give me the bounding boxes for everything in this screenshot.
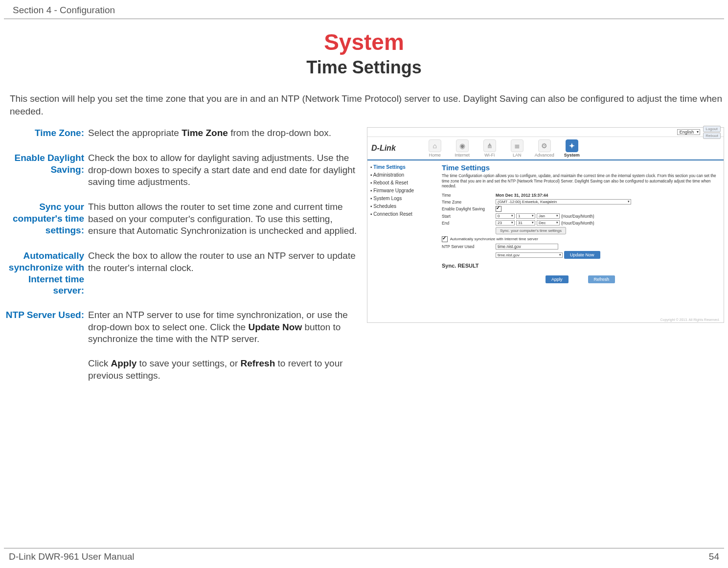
auto-sync-checkbox[interactable]	[442, 236, 448, 242]
time-label: Time	[442, 193, 496, 198]
def-label: NTP Server Used:	[0, 309, 88, 382]
end-hour[interactable]: 23	[496, 220, 515, 226]
internet-icon: ◉	[456, 139, 469, 152]
ntp-select[interactable]: time.nist.gov	[496, 252, 563, 258]
reboot-button[interactable]: Reboot	[703, 133, 721, 139]
lang-select[interactable]: English	[677, 129, 701, 135]
def-body: Select the appropriate Time Zone from th…	[88, 127, 362, 139]
dlink-logo: D-Link	[371, 144, 396, 153]
lan-icon: ≣	[511, 139, 523, 152]
apply-button[interactable]: Apply	[546, 275, 569, 283]
nav-tab-home[interactable]: ⌂Home	[421, 139, 449, 158]
end-label: End	[442, 221, 496, 226]
end-day[interactable]: 31	[516, 220, 535, 226]
auto-sync-label: Automatically synchronize with Internet …	[450, 237, 538, 241]
wi-fi-icon: ⋔	[483, 139, 496, 152]
nav-tab-lan[interactable]: ≣LAN	[503, 139, 531, 158]
sidebar-item-system-logs[interactable]: System Logs	[370, 196, 434, 201]
start-day[interactable]: 1	[516, 213, 535, 219]
def-label: Enable Daylight Saving:	[0, 152, 88, 188]
footer-page: 54	[709, 551, 719, 562]
definition-list: Time Zone:Select the appropriate Time Zo…	[0, 127, 362, 394]
end-month[interactable]: Dec	[537, 220, 560, 226]
page-subtitle: Time Settings	[0, 57, 728, 78]
home-icon: ⌂	[429, 139, 441, 152]
ntp-label: NTP Server Used	[442, 244, 496, 249]
nav-tab-label: Advanced	[531, 153, 558, 158]
sync-result: Sync. RESULT	[442, 263, 719, 269]
sidebar-item-time-settings[interactable]: Time Settings	[370, 164, 434, 170]
router-screenshot: English Logout Reboot D-Link ⌂Home◉Inter…	[367, 127, 724, 323]
tz-label: Time Zone	[442, 200, 496, 204]
def-label: Time Zone:	[0, 127, 88, 139]
sidebar-item-schedules[interactable]: Schedules	[370, 204, 434, 209]
update-now-button[interactable]: Update Now	[564, 251, 600, 259]
nav-tab-label: System	[558, 153, 586, 158]
refresh-button[interactable]: Refresh	[588, 275, 615, 283]
footer-left: D-Link DWR-961 User Manual	[9, 551, 135, 562]
system-icon: ✦	[566, 139, 578, 152]
def-label: Sync your computer's time settings:	[0, 201, 88, 237]
section-header: Section 4 - Configuration	[4, 5, 724, 19]
sidebar-item-connection-reset[interactable]: Connection Reset	[370, 211, 434, 217]
panel-desc: The time Configuration option allows you…	[442, 174, 719, 189]
dst-label: Enable Daylight Saving	[442, 206, 496, 211]
def-body: Check the box to allow for daylight savi…	[88, 152, 362, 188]
page-title: System	[0, 29, 728, 55]
intro-text: This section will help you set the time …	[10, 92, 724, 117]
nav-tab-wi-fi[interactable]: ⋔Wi-Fi	[476, 139, 503, 158]
def-label: Automatically synchronize with Internet …	[0, 250, 88, 296]
copyright: Copyright © 2013. All Rights Reserved.	[660, 318, 720, 321]
nav-tab-label: LAN	[503, 153, 531, 158]
def-body: Enter an NTP server to use for time sync…	[88, 309, 362, 382]
logout-button[interactable]: Logout	[703, 126, 721, 132]
sidebar-item-administration[interactable]: Administration	[370, 172, 434, 178]
tz-select[interactable]: (GMT -12:00) Eniwetok, Kwajalein	[496, 199, 631, 204]
def-body: Check the box to allow the router to use…	[88, 250, 362, 296]
start-month[interactable]: Jan	[537, 213, 560, 219]
sidebar: Time SettingsAdministrationReboot & Rese…	[367, 160, 437, 287]
panel-heading: Time Settings	[442, 163, 719, 172]
advanced-icon: ⚙	[538, 139, 551, 152]
dst-checkbox[interactable]	[496, 206, 501, 212]
sidebar-item-firmware-upgrade[interactable]: Firmware Upgrade	[370, 188, 434, 193]
sidebar-item-reboot-reset[interactable]: Reboot & Reset	[370, 180, 434, 185]
nav-tab-advanced[interactable]: ⚙Advanced	[531, 139, 558, 158]
hdm-hint: (Hour/Day/Month)	[561, 214, 594, 219]
nav-tab-internet[interactable]: ◉Internet	[449, 139, 476, 158]
time-value: Mon Dec 31, 2012 15:37:44	[496, 193, 548, 198]
start-label: Start	[442, 214, 496, 219]
start-hour[interactable]: 0	[496, 213, 515, 219]
nav-tab-label: Wi-Fi	[476, 153, 503, 158]
nav-tab-label: Home	[421, 153, 449, 158]
nav-tab-label: Internet	[449, 153, 476, 158]
def-body: This button allows the router to set tim…	[88, 201, 362, 237]
hdm-hint: (Hour/Day/Month)	[561, 221, 594, 226]
ntp-input[interactable]: time.nist.gov	[496, 244, 558, 250]
nav-tab-system[interactable]: ✦System	[558, 139, 586, 158]
sync-computer-button[interactable]: Sync. your computer's time settings	[496, 227, 566, 234]
